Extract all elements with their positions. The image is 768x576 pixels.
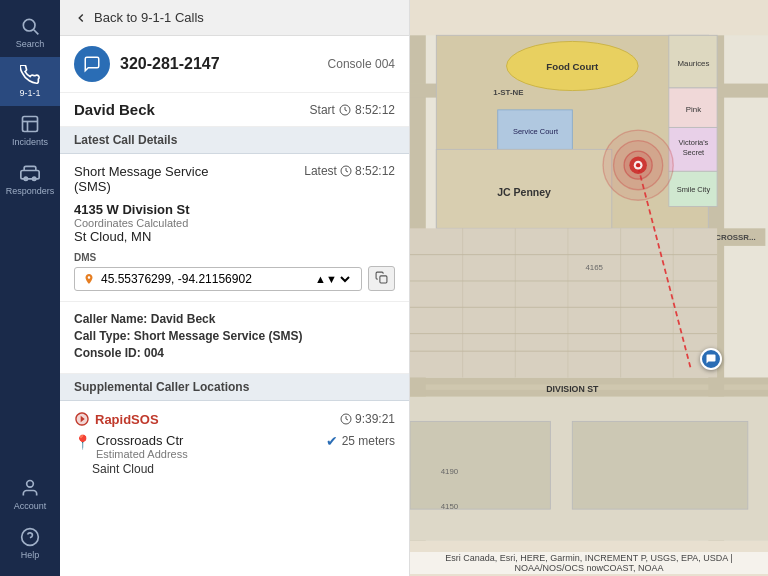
rapidsos-icon xyxy=(74,411,90,427)
clock-icon xyxy=(339,104,351,116)
supplement-city: Saint Cloud xyxy=(74,462,395,476)
nav-item-account[interactable]: Account xyxy=(0,470,60,519)
copy-icon xyxy=(375,271,388,284)
svg-rect-2 xyxy=(23,117,38,132)
city-line: St Cloud, MN xyxy=(74,229,395,244)
address-line: 4135 W Division St xyxy=(74,202,395,217)
latest-time-value: 8:52:12 xyxy=(355,164,395,178)
crossroads-name: Crossroads Ctr xyxy=(96,433,188,448)
call-number: 320-281-2147 xyxy=(120,55,328,73)
svg-line-1 xyxy=(34,30,39,35)
sms-row: Short Message Service (SMS) Latest 8:52:… xyxy=(74,164,395,194)
service-abbr: (SMS) xyxy=(74,179,208,194)
nav-item-search[interactable]: Search xyxy=(0,8,60,57)
call-type-icon xyxy=(74,46,110,82)
supplemental-section-header: Supplemental Caller Locations xyxy=(60,374,409,401)
phone-icon xyxy=(20,65,40,85)
svg-rect-55 xyxy=(572,421,747,509)
rapid-row: RapidSOS 9:39:21 xyxy=(74,411,395,427)
svg-rect-13 xyxy=(380,276,387,283)
sms-icon xyxy=(83,55,101,73)
svg-rect-41 xyxy=(410,228,717,377)
coords-label: Coordinates Calculated xyxy=(74,217,395,229)
dms-format-select[interactable]: ▲▼ xyxy=(311,272,353,286)
help-icon xyxy=(20,527,40,547)
sms-marker-icon xyxy=(705,353,717,365)
latest-clock-icon xyxy=(340,165,352,177)
person-icon xyxy=(20,478,40,498)
copy-dms-button[interactable] xyxy=(368,266,395,291)
map-attribution: Esri Canada, Esri, HERE, Garmin, INCREME… xyxy=(410,552,768,574)
nav-item-responders[interactable]: Responders xyxy=(0,155,60,204)
svg-text:Maurices: Maurices xyxy=(677,59,709,68)
latest-call-label: Latest Call Details xyxy=(74,133,177,147)
estimated-address-label: Estimated Address xyxy=(96,448,188,460)
svg-text:4190: 4190 xyxy=(441,467,459,476)
nav-help-label: Help xyxy=(21,550,40,560)
location-left: 📍 Crossroads Ctr Estimated Address xyxy=(74,433,188,460)
svg-text:DIVISION ST: DIVISION ST xyxy=(546,384,599,394)
svg-text:CROSSR...: CROSSR... xyxy=(715,233,755,242)
start-time-value: 8:52:12 xyxy=(355,103,395,117)
incident-icon xyxy=(20,114,40,134)
dms-label: DMS xyxy=(74,252,395,263)
dms-input-field[interactable]: 45.55376299, -94.21156902 ▲▼ xyxy=(74,267,362,291)
detail-panel: Back to 9-1-1 Calls 320-281-2147 Console… xyxy=(60,0,410,576)
svg-text:4165: 4165 xyxy=(585,263,603,272)
svg-text:Victoria's: Victoria's xyxy=(679,138,709,147)
back-button-label: Back to 9-1-1 Calls xyxy=(94,10,204,25)
caller-name-row: Caller Name: David Beck xyxy=(74,312,395,326)
console-id-row: Console ID: 004 xyxy=(74,346,395,360)
back-button[interactable]: Back to 9-1-1 Calls xyxy=(60,0,409,36)
nav-account-label: Account xyxy=(14,501,47,511)
nav-911-label: 9-1-1 xyxy=(19,88,40,98)
svg-rect-5 xyxy=(21,171,39,179)
console-id-value: 004 xyxy=(144,346,164,360)
nav-item-incidents[interactable]: Incidents xyxy=(0,106,60,155)
accuracy-value: 25 meters xyxy=(342,434,395,448)
left-navigation: Search 9-1-1 Incidents Responders Accoun… xyxy=(0,0,60,576)
svg-text:Service Court: Service Court xyxy=(513,127,559,136)
call-type-value: Short Message Service (SMS) xyxy=(134,329,303,343)
caller-row: David Beck Start 8:52:12 xyxy=(60,93,409,127)
dms-input-row: 45.55376299, -94.21156902 ▲▼ xyxy=(74,266,395,291)
call-header: 320-281-2147 Console 004 xyxy=(60,36,409,93)
check-icon: ✔ xyxy=(326,433,338,449)
svg-text:Food Court: Food Court xyxy=(546,61,599,72)
call-type-row: Call Type: Short Message Service (SMS) xyxy=(74,329,395,343)
latest-label: Latest xyxy=(304,164,337,178)
location-pin: 📍 xyxy=(74,434,91,450)
latest-call-section-header: Latest Call Details xyxy=(60,127,409,154)
supplemental-block: RapidSOS 9:39:21 📍 Crossroads Ctr Estima… xyxy=(60,401,409,486)
svg-text:Secret: Secret xyxy=(683,149,705,158)
service-type-name: Short Message Service xyxy=(74,164,208,179)
svg-point-8 xyxy=(27,481,34,488)
nav-incidents-label: Incidents xyxy=(12,137,48,147)
svg-point-0 xyxy=(23,19,35,31)
svg-text:4150: 4150 xyxy=(441,502,459,511)
console-label: Console 004 xyxy=(328,57,395,71)
rapid-clock-icon xyxy=(340,413,352,425)
caller-name-label: Caller Name: xyxy=(74,312,147,326)
call-detail-block: Short Message Service (SMS) Latest 8:52:… xyxy=(60,154,409,302)
nav-search-label: Search xyxy=(16,39,45,49)
nav-responders-label: Responders xyxy=(6,186,55,196)
chevron-left-icon xyxy=(74,11,88,25)
location-details: Crossroads Ctr Estimated Address xyxy=(96,433,188,460)
caller-info-block: Caller Name: David Beck Call Type: Short… xyxy=(60,302,409,374)
rapidsos-name: RapidSOS xyxy=(95,412,159,427)
svg-point-65 xyxy=(636,163,640,167)
location-row: 📍 Crossroads Ctr Estimated Address ✔ 25 … xyxy=(74,433,395,460)
svg-text:Pink: Pink xyxy=(686,106,701,115)
nav-item-help[interactable]: Help xyxy=(0,519,60,568)
dms-value: 45.55376299, -94.21156902 xyxy=(101,272,252,286)
sms-location-marker xyxy=(700,348,722,370)
car-icon xyxy=(20,163,40,183)
rapid-time-value: 9:39:21 xyxy=(355,412,395,426)
search-icon xyxy=(20,16,40,36)
nav-item-911[interactable]: 9-1-1 xyxy=(0,57,60,106)
location-pin-icon xyxy=(83,273,95,285)
start-label: Start xyxy=(310,103,335,117)
console-id-label: Console ID: xyxy=(74,346,141,360)
caller-name: David Beck xyxy=(74,101,155,118)
